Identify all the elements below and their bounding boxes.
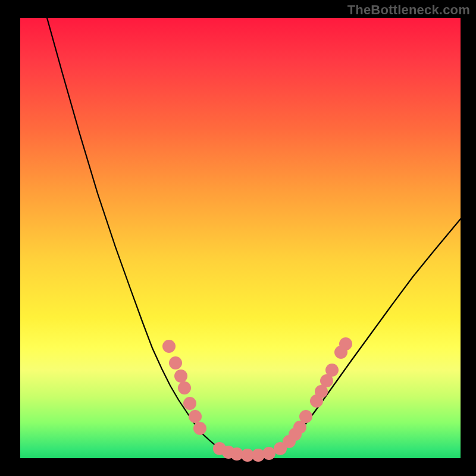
plot-area bbox=[20, 18, 461, 458]
marker-dot bbox=[183, 397, 196, 410]
chart-frame: TheBottleneck.com bbox=[0, 0, 476, 476]
marker-dot bbox=[193, 422, 206, 435]
marker-dot bbox=[169, 356, 182, 369]
marker-dot bbox=[178, 381, 191, 394]
marker-dot bbox=[189, 410, 202, 423]
marker-dot bbox=[339, 337, 352, 350]
marker-dot bbox=[162, 340, 176, 353]
watermark-text: TheBottleneck.com bbox=[347, 2, 470, 18]
curve-svg bbox=[20, 18, 461, 458]
marker-dot bbox=[262, 447, 275, 460]
bottleneck-curve bbox=[47, 18, 461, 456]
marker-dot bbox=[325, 364, 339, 377]
marker-dot bbox=[174, 369, 187, 383]
marker-dot bbox=[299, 410, 312, 423]
